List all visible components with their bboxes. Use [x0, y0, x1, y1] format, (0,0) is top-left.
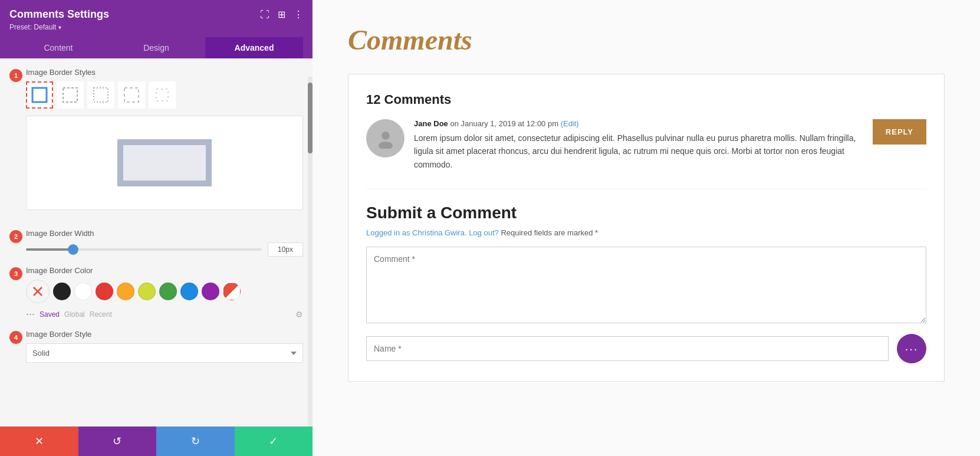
fab-dots-icon: ···: [905, 342, 919, 356]
color-swatches: [26, 280, 303, 303]
tab-advanced[interactable]: Advanced: [205, 37, 303, 58]
tab-bar: Content Design Advanced: [9, 37, 303, 58]
redo-button[interactable]: ↻: [156, 427, 235, 456]
name-input-row: ···: [366, 334, 926, 363]
border-style-double-btn[interactable]: [118, 81, 145, 109]
svg-rect-0: [32, 88, 47, 102]
required-text: Required fields are marked *: [501, 228, 598, 237]
submit-title: Submit a Comment: [366, 204, 926, 222]
swatch-white[interactable]: [74, 283, 92, 300]
swatch-lime[interactable]: [138, 283, 156, 300]
preview-inner-box: [117, 139, 212, 186]
border-style-dashed-btn[interactable]: [57, 81, 84, 109]
comment-date: on January 1, 2019 at 12:00 pm: [450, 119, 558, 128]
login-link[interactable]: Logged in as Christina Gwira. Log out?: [366, 228, 501, 237]
border-styles-options: [26, 81, 303, 109]
slider-fill: [26, 248, 73, 251]
comment-edit-link[interactable]: (Edit): [561, 119, 579, 128]
more-icon[interactable]: ⋮: [294, 9, 303, 20]
expand-icon[interactable]: ⛶: [260, 9, 269, 20]
comment-count: 12 Comments: [366, 92, 926, 107]
color-settings-icon[interactable]: ⚙: [295, 310, 303, 319]
border-width-track[interactable]: [26, 248, 262, 251]
color-dots-icon[interactable]: ···: [26, 308, 35, 320]
fab-button[interactable]: ···: [897, 334, 926, 363]
color-tab-global[interactable]: Global: [64, 310, 85, 319]
border-style-solid-btn[interactable]: [26, 81, 53, 109]
swatch-green[interactable]: [159, 283, 177, 300]
section-border-color: 3 Image Border Color: [9, 266, 303, 320]
badge-2: 2: [9, 230, 22, 243]
reply-button[interactable]: REPLY: [873, 119, 926, 145]
page-title: Comments: [348, 24, 945, 56]
tab-content[interactable]: Content: [9, 37, 107, 58]
swatch-yellow[interactable]: [117, 283, 134, 300]
border-style-dotted-btn[interactable]: [87, 81, 114, 109]
settings-panel: Comments Settings ⛶ ⊞ ⋮ Preset: Default …: [0, 0, 313, 456]
badge-3: 3: [9, 267, 22, 280]
swatch-red[interactable]: [96, 283, 113, 300]
svg-rect-4: [156, 89, 168, 101]
preset-chevron[interactable]: ▾: [58, 24, 61, 31]
comment-author: Jane Doe: [414, 119, 448, 128]
border-width-value[interactable]: 10px: [268, 242, 303, 257]
panel-header: Comments Settings ⛶ ⊞ ⋮ Preset: Default …: [0, 0, 313, 58]
preset-label: Preset: Default: [9, 23, 56, 31]
badge-4: 4: [9, 331, 22, 344]
color-tabs-row: ··· Saved Global Recent ⚙: [26, 308, 303, 320]
swatch-slash[interactable]: [26, 280, 50, 303]
border-color-label: Image Border Color: [26, 266, 303, 275]
swatch-purple[interactable]: [202, 283, 219, 300]
avatar-silhouette-icon: [376, 129, 396, 149]
badge-1: 1: [9, 69, 22, 82]
color-tab-saved[interactable]: Saved: [40, 310, 60, 319]
save-button[interactable]: ✓: [235, 427, 313, 456]
swatch-black[interactable]: [53, 283, 71, 300]
color-tab-recent[interactable]: Recent: [90, 310, 112, 319]
border-style-select[interactable]: Solid Dashed Dotted Double None: [26, 343, 303, 363]
comment-textarea[interactable]: [366, 247, 926, 323]
preset-row: Preset: Default ▾: [9, 23, 303, 31]
svg-point-7: [382, 132, 390, 140]
section-border-width: 2 Image Border Width 10px: [9, 229, 303, 257]
panel-scrollbar[interactable]: [308, 77, 313, 427]
avatar: [366, 119, 405, 158]
slider-thumb[interactable]: [68, 244, 78, 255]
panel-title: Comments Settings: [9, 8, 109, 21]
border-style-label: Image Border Style: [26, 330, 303, 339]
comment-content: Jane Doe on January 1, 2019 at 12:00 pm …: [414, 119, 863, 171]
section-border-styles: 1 Image Border Styles: [9, 68, 303, 219]
grid-icon[interactable]: ⊞: [278, 9, 285, 20]
name-input[interactable]: [366, 336, 889, 361]
cancel-button[interactable]: ✕: [0, 427, 78, 456]
swatch-blue[interactable]: [180, 283, 198, 300]
border-width-label: Image Border Width: [26, 229, 303, 238]
comments-box: 12 Comments Jane Doe on January 1, 2019 …: [348, 74, 945, 382]
svg-rect-2: [94, 88, 108, 102]
header-icons: ⛶ ⊞ ⋮: [260, 9, 303, 20]
border-style-none-btn[interactable]: [149, 81, 176, 109]
svg-rect-1: [63, 88, 77, 102]
border-styles-label: Image Border Styles: [26, 68, 303, 77]
svg-point-8: [379, 142, 393, 149]
login-info: Logged in as Christina Gwira. Log out? R…: [366, 228, 926, 237]
submit-section: Submit a Comment Logged in as Christina …: [366, 189, 926, 363]
svg-rect-3: [124, 88, 139, 102]
undo-button[interactable]: ↺: [78, 427, 157, 456]
section-border-style: 4 Image Border Style Solid Dashed Dotted…: [9, 330, 303, 363]
comment-text: Lorem ipsum dolor sit amet, consectetur …: [414, 132, 863, 171]
panel-toolbar: ✕ ↺ ↻ ✓: [0, 427, 313, 456]
comment-item: Jane Doe on January 1, 2019 at 12:00 pm …: [366, 119, 926, 171]
swatch-custom[interactable]: [223, 283, 241, 300]
preview-panel: Comments 12 Comments Jane Doe on January…: [313, 0, 980, 456]
tab-design[interactable]: Design: [107, 37, 205, 58]
scrollbar-thumb: [308, 83, 313, 153]
comment-meta: Jane Doe on January 1, 2019 at 12:00 pm …: [414, 119, 863, 128]
border-width-slider-row: 10px: [26, 242, 303, 257]
panel-body: 1 Image Border Styles: [0, 58, 313, 427]
border-preview: [26, 116, 303, 210]
